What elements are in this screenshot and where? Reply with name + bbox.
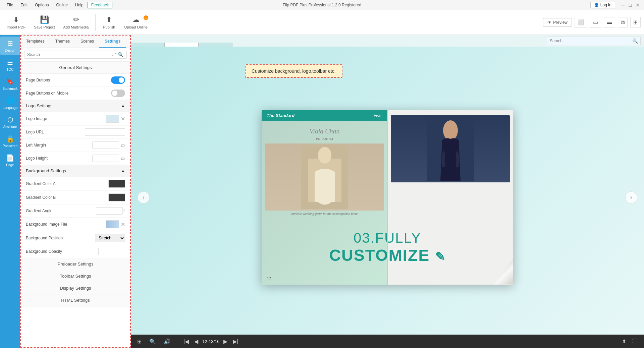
page-tab-2[interactable] xyxy=(165,43,199,47)
next-page-button[interactable]: ▶ xyxy=(222,337,229,346)
page-icon: 📄 xyxy=(6,154,14,162)
preview-button[interactable]: 👁 Preview xyxy=(543,18,572,27)
search-icon[interactable]: 🔍 xyxy=(118,52,123,57)
general-settings-title: General Settings xyxy=(21,62,130,74)
bg-image-swatch[interactable] xyxy=(106,220,119,228)
page-tab-1[interactable] xyxy=(131,43,165,47)
sidebar-item-password[interactable]: 🔒 Password xyxy=(0,132,20,151)
canvas-area: 🔍 Customize background, logo,toolbar etc… xyxy=(131,35,644,348)
prev-page-button[interactable]: ◀ xyxy=(193,337,200,346)
import-pdf-button[interactable]: ⬇ Import PDF xyxy=(3,13,29,31)
logo-height-input[interactable]: 40 xyxy=(92,155,119,162)
view-wide-button[interactable]: ▬ xyxy=(604,17,615,28)
display-settings-button[interactable]: Display Settings xyxy=(21,282,130,294)
login-button[interactable]: 👤 Log In xyxy=(590,2,615,8)
publish-button[interactable]: ⬆ Publish xyxy=(99,13,119,31)
logo-image-swatch[interactable] xyxy=(106,115,119,123)
gradient-color-b-swatch[interactable] xyxy=(108,193,125,201)
page-number-left: 12 xyxy=(267,276,271,281)
view-tablet-button[interactable]: ▭ xyxy=(590,17,601,28)
view-normal-button[interactable]: ⬜ xyxy=(575,17,587,28)
gradient-angle-label: Gradient Angle xyxy=(26,209,52,213)
right-page-inner xyxy=(387,110,513,186)
tab-templates[interactable]: Templates xyxy=(21,36,50,48)
last-page-button[interactable]: ▶| xyxy=(231,337,239,346)
background-settings-header[interactable]: Background Settings ▲ xyxy=(21,165,130,177)
menu-options[interactable]: Options xyxy=(32,2,52,8)
first-page-button[interactable]: |◀ xyxy=(182,337,190,346)
assistant-icon: ⬡ xyxy=(7,116,13,124)
expand-icon[interactable]: ⌄⌃ xyxy=(111,52,117,57)
sidebar-item-assistant[interactable]: ⬡ Assistant xyxy=(0,113,20,131)
toolbar: ⬇ Import PDF 💾 Save Project ✏ Add Multim… xyxy=(0,10,644,35)
import-icon: ⬇ xyxy=(13,15,19,24)
settings-panel: Templates Themes Scenes Settings ⌄⌃ 🔍 Ge… xyxy=(20,35,131,348)
tab-settings[interactable]: Settings xyxy=(99,36,126,48)
toolbar-settings-button[interactable]: Toolbar Settings xyxy=(21,270,130,282)
main-layout: ⊞ Design ☰ TOC 🔖 Bookmark 🌐 Language ⬡ A… xyxy=(0,35,644,348)
minimize-button[interactable]: ─ xyxy=(620,2,626,8)
preloader-settings-button[interactable]: Preloader Settings xyxy=(21,258,130,270)
nav-prev-button[interactable]: ‹ xyxy=(138,191,150,204)
upload-online-button[interactable]: ☁ Upload Online 1 xyxy=(121,13,151,31)
language-icon: 🌐 xyxy=(6,97,14,105)
left-page-image xyxy=(265,143,384,211)
page-tab-3[interactable] xyxy=(199,43,232,47)
feedback-button[interactable]: Feedback xyxy=(88,2,113,8)
sidebar-item-language[interactable]: 🌐 Language xyxy=(0,94,20,112)
page-buttons-mobile-toggle[interactable] xyxy=(111,90,125,97)
logo-settings-label: Logo Settings xyxy=(26,103,53,108)
sidebar-item-page[interactable]: 📄 Page xyxy=(0,151,20,170)
fullscreen-button[interactable]: ⛶ xyxy=(631,337,639,346)
canvas-search-icon[interactable]: 🔍 xyxy=(632,38,638,44)
sidebar-item-bookmark[interactable]: 🔖 Bookmark xyxy=(0,75,20,93)
menu-file[interactable]: File xyxy=(3,2,16,8)
save-icon: 💾 xyxy=(40,15,49,24)
menu-online[interactable]: Online xyxy=(53,2,71,8)
nav-next-button[interactable]: › xyxy=(625,191,637,204)
menu-help[interactable]: Help xyxy=(72,2,87,8)
toolbar-right: 👁 Preview ⬜ ▭ ▬ ⧉ ⊞ xyxy=(543,17,641,28)
close-button[interactable]: ✕ xyxy=(635,2,641,8)
gradient-angle-input[interactable]: 30 xyxy=(96,207,123,215)
book-header: The Standard From xyxy=(262,110,387,121)
view-dual-button[interactable]: ⧉ xyxy=(618,17,628,28)
gradient-angle-row: Gradient Angle 30 ° xyxy=(21,205,130,218)
bg-image-input: ✕ xyxy=(106,220,125,228)
menu-edit[interactable]: Edit xyxy=(17,2,31,8)
save-project-button[interactable]: 💾 Save Project xyxy=(31,13,58,31)
left-margin-input[interactable]: 0 xyxy=(92,141,119,149)
right-page-image xyxy=(391,115,510,182)
canvas-search-input[interactable] xyxy=(547,37,641,45)
tab-themes[interactable]: Themes xyxy=(50,36,75,48)
logo-settings-header[interactable]: Logo Settings ▲ xyxy=(21,100,130,112)
view-fullscreen-button[interactable]: ⊞ xyxy=(630,17,641,28)
app-title: Flip PDF Plus Professional 1.2.0 Registe… xyxy=(283,3,361,7)
maximize-button[interactable]: □ xyxy=(627,2,633,8)
logo-url-input[interactable] xyxy=(85,128,125,136)
sidebar-item-toc[interactable]: ☰ TOC xyxy=(0,56,20,74)
zoom-button[interactable]: 🔍 xyxy=(148,337,157,346)
share-button[interactable]: ⬆ xyxy=(621,337,628,346)
gradient-color-a-swatch[interactable] xyxy=(108,180,125,188)
bg-opacity-input[interactable]: 1 xyxy=(98,248,125,255)
sidebar-item-design[interactable]: ⊞ Design xyxy=(0,37,20,55)
html-settings-button[interactable]: HTML Settings xyxy=(21,294,130,306)
bg-image-file-label: Background Image File xyxy=(26,222,67,227)
bottom-sep-1 xyxy=(177,337,177,345)
logo-image-clear[interactable]: ✕ xyxy=(121,116,125,122)
page-buttons-toggle[interactable] xyxy=(111,76,125,84)
bg-image-clear[interactable]: ✕ xyxy=(121,221,125,228)
toc-icon: ☰ xyxy=(7,58,13,66)
bg-collapse-icon: ▲ xyxy=(121,168,125,173)
bg-position-select[interactable]: Stretch Center Tile Fit xyxy=(95,234,125,242)
gradient-color-b-row: Gradient Color B xyxy=(21,191,130,205)
grid-view-button[interactable]: ⊞ xyxy=(136,337,143,346)
model-svg xyxy=(427,117,474,181)
page-buttons-mobile-label: Page Buttons on Mobile xyxy=(26,91,68,96)
tab-scenes[interactable]: Scenes xyxy=(75,36,99,48)
left-margin-label: Left Margin xyxy=(26,143,46,148)
add-multimedia-button[interactable]: ✏ Add Multimedia xyxy=(60,13,92,31)
sound-button[interactable]: 🔊 xyxy=(162,337,172,346)
top-search: 🔍 xyxy=(543,35,644,47)
